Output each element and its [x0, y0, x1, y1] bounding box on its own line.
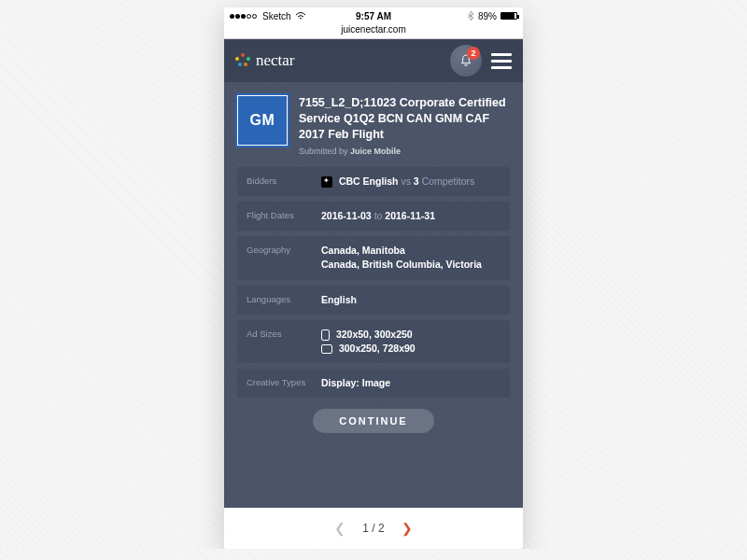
date-mid: to [374, 210, 383, 221]
bidder-suffix: Competitors [422, 175, 475, 187]
pager-sep: / [372, 522, 374, 535]
url-bar: juicenectar.com [224, 24, 523, 39]
bidder-name: CBC English [339, 175, 399, 187]
languages-value: English [321, 294, 357, 305]
pager-total: 2 [378, 522, 385, 535]
row-label: Geography [247, 244, 321, 255]
submitted-author: Juice Mobile [350, 147, 401, 156]
brand[interactable]: nectar [235, 51, 295, 70]
device-frame: Sketch 9:57 AM 89% juicenectar.com necta… [224, 7, 523, 549]
adsizes-line2: 300x250, 728x90 [339, 343, 416, 354]
row-label: Creative Types [247, 376, 321, 387]
battery-icon [500, 12, 517, 20]
row-flight-dates: Flight Dates 2016-11-03 to 2016-11-31 [237, 202, 510, 231]
notification-badge: 2 [467, 47, 480, 60]
row-geography: Geography Canada, Manitoba Canada, Briti… [237, 236, 510, 279]
pager-current: 1 [362, 522, 369, 535]
submitted-by: Submitted by Juice Mobile [299, 147, 510, 156]
row-value: CBC English vs 3 Competitors [321, 175, 500, 189]
advertiser-logo: GM [237, 95, 288, 146]
row-label: Languages [247, 293, 321, 304]
phone-icon [321, 329, 330, 341]
submitted-prefix: Submitted by [299, 147, 348, 156]
row-value: English [321, 293, 500, 307]
title-block: 7155_L2_D;11023 Corporate Certified Serv… [299, 95, 510, 156]
detail-rows: Bidders CBC English vs 3 Competitors Fli… [237, 167, 510, 399]
bidder-vs: vs [401, 175, 411, 187]
pager-prev[interactable]: ❮ [334, 521, 345, 536]
statusbar-time: 9:57 AM [224, 11, 523, 21]
adsizes-line1: 320x50, 300x250 [336, 329, 413, 340]
row-value: 2016-11-03 to 2016-11-31 [321, 209, 500, 223]
geo-line2: Canada, British Columbia, Victoria [321, 259, 482, 270]
campaign-title: 7155_L2_D;11023 Corporate Certified Serv… [299, 95, 510, 143]
brand-name: nectar [256, 51, 295, 70]
bidder-count: 3 [414, 175, 419, 187]
row-languages: Languages English [237, 286, 510, 315]
row-label: Ad Sizes [247, 328, 321, 339]
bidder-icon [321, 176, 332, 188]
row-ad-sizes: Ad Sizes 320x50, 300x250 300x250, 728x90 [237, 320, 510, 363]
brand-logo-icon [235, 53, 250, 68]
campaign-card: GM 7155_L2_D;11023 Corporate Certified S… [224, 82, 523, 508]
geo-line1: Canada, Manitoba [321, 245, 405, 256]
row-bidders: Bidders CBC English vs 3 Competitors [237, 167, 510, 196]
row-value: 320x50, 300x250 300x250, 728x90 [321, 328, 500, 356]
row-value: Canada, Manitoba Canada, British Columbi… [321, 244, 500, 272]
row-creative-types: Creative Types Display: Image [237, 369, 510, 398]
pager-next[interactable]: ❯ [402, 521, 413, 536]
row-label: Bidders [247, 175, 321, 186]
pager-status: 1 / 2 [362, 522, 384, 535]
card-header: GM 7155_L2_D;11023 Corporate Certified S… [237, 95, 510, 156]
date-start: 2016-11-03 [321, 210, 372, 221]
row-label: Flight Dates [247, 209, 321, 220]
continue-button[interactable]: CONTINUE [313, 409, 433, 433]
notifications-button[interactable]: 2 [450, 45, 482, 77]
ios-status-bar: Sketch 9:57 AM 89% [224, 7, 523, 24]
pager: ❮ 1 / 2 ❯ [224, 508, 523, 549]
creative-value: Display: Image [321, 377, 390, 388]
row-value: Display: Image [321, 376, 500, 390]
app-bar: nectar 2 [224, 39, 523, 82]
tablet-icon [321, 344, 332, 354]
menu-button[interactable] [491, 49, 512, 73]
date-end: 2016-11-31 [385, 210, 435, 221]
